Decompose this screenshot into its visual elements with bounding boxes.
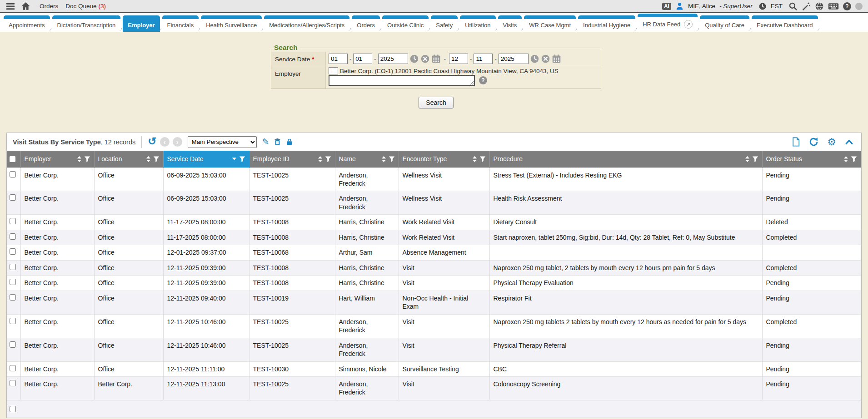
date-from-day-input[interactable] bbox=[353, 54, 372, 64]
edit-perspective-icon[interactable]: ✎ bbox=[262, 137, 269, 147]
row-checkbox[interactable] bbox=[10, 380, 16, 386]
calendar-icon[interactable] bbox=[431, 54, 441, 64]
sort-icon[interactable] bbox=[146, 156, 151, 163]
row-checkbox[interactable] bbox=[10, 294, 16, 301]
employer-help-icon[interactable]: ? bbox=[479, 76, 487, 84]
sort-desc-icon[interactable] bbox=[232, 157, 237, 161]
clock-icon[interactable] bbox=[758, 2, 767, 10]
employer-search-input[interactable] bbox=[329, 75, 475, 86]
breadcrumb-orders[interactable]: Orders bbox=[40, 3, 58, 10]
row-checkbox[interactable] bbox=[10, 279, 16, 285]
magic-wand-icon[interactable] bbox=[802, 2, 811, 11]
cell-employer: Better Corp. bbox=[20, 291, 94, 314]
row-checkbox[interactable] bbox=[10, 318, 16, 324]
row-checkbox[interactable] bbox=[10, 365, 16, 371]
date-from-year-input[interactable] bbox=[378, 54, 408, 64]
row-checkbox[interactable] bbox=[10, 171, 16, 177]
tab-wr-case-mgmt[interactable]: WR Case Mgmt bbox=[524, 15, 576, 32]
tab-safety[interactable]: Safety bbox=[431, 15, 458, 32]
settings-gear-icon[interactable]: ⚙ bbox=[827, 137, 836, 147]
tab-executive-dashboard[interactable]: Executive Dashboard bbox=[752, 15, 818, 32]
tab-visits[interactable]: Visits bbox=[498, 15, 522, 32]
filter-icon[interactable] bbox=[239, 156, 245, 163]
ai-badge[interactable]: AI bbox=[662, 3, 671, 10]
tab-employer[interactable]: Employer bbox=[123, 15, 160, 32]
row-checkbox[interactable] bbox=[10, 264, 16, 270]
search-button[interactable]: Search bbox=[419, 97, 453, 108]
column-header-employer[interactable]: Employer bbox=[20, 151, 94, 168]
filter-icon[interactable] bbox=[752, 156, 758, 163]
external-link-icon[interactable]: ↗ bbox=[684, 20, 693, 29]
home-icon[interactable] bbox=[21, 1, 30, 11]
sort-icon[interactable] bbox=[472, 156, 477, 163]
column-header-procedure[interactable]: Procedure bbox=[489, 151, 762, 168]
date-to-day-input[interactable] bbox=[474, 54, 493, 64]
select-all-header bbox=[7, 151, 20, 168]
search-icon[interactable] bbox=[788, 2, 798, 11]
help-icon[interactable]: ? bbox=[843, 2, 851, 10]
next-page-button[interactable]: › bbox=[173, 137, 182, 147]
row-checkbox[interactable] bbox=[10, 248, 16, 255]
remove-employer-button[interactable]: – bbox=[329, 67, 338, 74]
select-all-checkbox[interactable] bbox=[10, 156, 15, 162]
globe-phone-icon[interactable] bbox=[815, 2, 824, 11]
tab-orders[interactable]: Orders bbox=[352, 15, 380, 32]
previous-page-button[interactable]: ‹ bbox=[160, 137, 170, 147]
column-label: Encounter Type bbox=[403, 155, 447, 163]
tab-dictation-transcription[interactable]: Dictation/Transcription bbox=[52, 15, 121, 32]
tab-health-surveillance[interactable]: Health Surveillance bbox=[201, 15, 262, 32]
collapse-chevron-up-icon[interactable] bbox=[845, 138, 853, 145]
user-icon[interactable] bbox=[675, 2, 684, 10]
date-to-year-input[interactable] bbox=[499, 54, 529, 64]
sort-icon[interactable] bbox=[843, 156, 848, 163]
time-picker-icon[interactable] bbox=[530, 54, 539, 64]
tab-label: Outside Clinic bbox=[387, 22, 424, 29]
breadcrumb-doc-queue[interactable]: Doc Queue(3) bbox=[65, 3, 106, 10]
filter-icon[interactable] bbox=[389, 156, 395, 163]
sort-icon[interactable] bbox=[318, 156, 323, 163]
sort-icon[interactable] bbox=[745, 156, 750, 163]
refresh-icon[interactable] bbox=[809, 137, 818, 147]
perspective-select[interactable]: Main Perspective bbox=[188, 136, 257, 148]
sort-icon[interactable] bbox=[381, 156, 386, 163]
user-name[interactable]: MIE, Alice bbox=[688, 3, 715, 10]
filter-icon[interactable] bbox=[851, 156, 857, 163]
column-header-order-status[interactable]: Order Status bbox=[762, 151, 861, 168]
undo-icon[interactable]: ↺ bbox=[148, 136, 156, 147]
clear-date-icon[interactable] bbox=[541, 54, 550, 64]
column-header-name[interactable]: Name bbox=[335, 151, 399, 168]
hamburger-menu-icon[interactable] bbox=[5, 1, 15, 11]
sort-icon[interactable] bbox=[77, 156, 82, 163]
tab-label: WR Case Mgmt bbox=[529, 22, 571, 29]
tab-medications-allergies-scripts[interactable]: Medications/Allergies/Scripts bbox=[264, 15, 349, 32]
column-header-location[interactable]: Location bbox=[94, 151, 163, 168]
time-picker-icon[interactable] bbox=[409, 54, 419, 64]
row-checkbox[interactable] bbox=[10, 218, 16, 224]
filter-icon[interactable] bbox=[479, 156, 486, 163]
date-to-month-input[interactable] bbox=[449, 54, 468, 64]
row-checkbox[interactable] bbox=[10, 341, 16, 348]
filter-icon[interactable] bbox=[153, 156, 160, 163]
column-header-encounter-type[interactable]: Encounter Type bbox=[399, 151, 489, 168]
date-from-month-input[interactable] bbox=[329, 54, 348, 64]
clear-date-icon[interactable] bbox=[420, 54, 430, 64]
row-checkbox[interactable] bbox=[10, 233, 16, 240]
row-checkbox[interactable] bbox=[10, 194, 16, 201]
delete-perspective-icon[interactable] bbox=[274, 138, 281, 146]
tab-hr-data-feed[interactable]: HR Data Feed↗ bbox=[638, 14, 698, 32]
tab-industrial-hygiene[interactable]: Industrial Hygiene bbox=[578, 15, 635, 32]
filter-icon[interactable] bbox=[84, 156, 90, 163]
filter-icon[interactable] bbox=[325, 156, 331, 163]
column-header-service-date[interactable]: Service Date bbox=[163, 151, 249, 168]
tab-appointments[interactable]: Appointments bbox=[4, 15, 50, 32]
footer-checkbox[interactable] bbox=[10, 406, 16, 412]
new-document-icon[interactable] bbox=[792, 137, 800, 147]
keyboard-icon[interactable] bbox=[828, 2, 839, 10]
tab-outside-clinic[interactable]: Outside Clinic bbox=[382, 15, 429, 32]
tab-financials[interactable]: Financials bbox=[162, 15, 199, 32]
tab-quality-of-care[interactable]: Quality of Care bbox=[700, 15, 749, 32]
lock-perspective-icon[interactable] bbox=[286, 138, 293, 146]
calendar-icon[interactable] bbox=[552, 54, 561, 64]
column-header-employee-id[interactable]: Employee ID bbox=[249, 151, 335, 168]
tab-utilization[interactable]: Utilization bbox=[460, 15, 495, 32]
